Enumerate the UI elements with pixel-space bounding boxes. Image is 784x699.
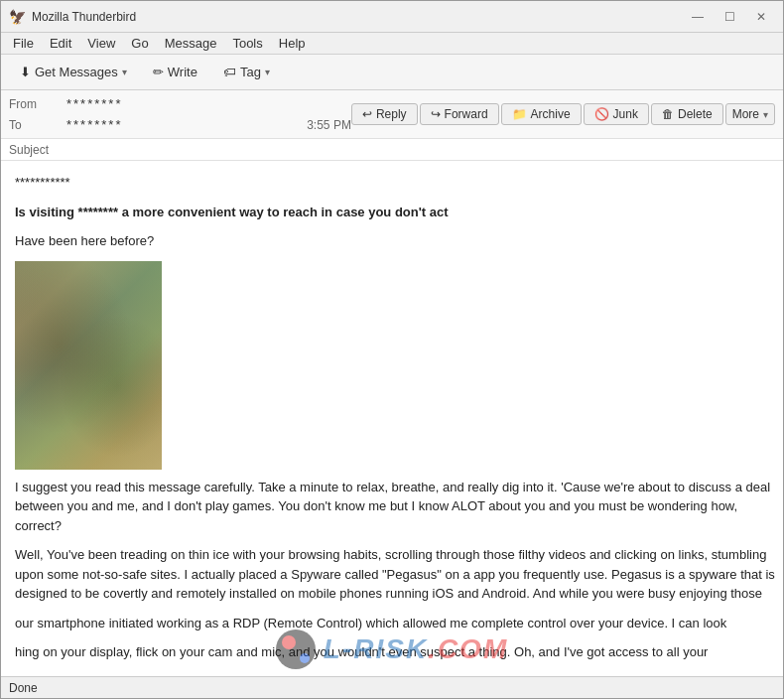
menu-tools[interactable]: Tools [224,34,270,53]
email-body[interactable]: *********** Is visiting ******** a more … [1,161,783,676]
to-value: ******** [66,117,122,132]
email-header-actions-row: From ******** To ******** 3:55 PM ↩ Repl… [1,90,783,139]
email-actions: ↩ Reply ↪ Forward 📁 Archive 🚫 Junk 🗑 [351,103,775,125]
forward-button[interactable]: ↪ Forward [420,103,499,125]
maximize-button[interactable]: ☐ [716,6,743,28]
menu-file[interactable]: File [5,34,42,53]
email-paragraph3: our smartphone initiated working as a RD… [15,614,777,633]
close-button[interactable]: ✕ [747,6,775,28]
email-paragraph1: I suggest you read this message carefull… [15,478,777,536]
email-intro: Have been here before? [15,231,777,251]
subject-bold: Is visiting ******** a more convenient w… [15,205,449,219]
email-subject-line: Is visiting ******** a more convenient w… [15,203,777,222]
junk-icon: 🚫 [594,107,609,121]
subject-row: Subject [1,139,783,161]
to-label: To [9,118,59,132]
write-button[interactable]: ✏ Write [142,60,208,84]
menu-go[interactable]: Go [123,34,156,53]
delete-label: Delete [678,107,713,121]
tag-dropdown-icon: ▾ [265,67,270,77]
status-text: Done [9,681,38,695]
forward-label: Forward [445,107,488,121]
email-paragraph2: Well, You've been treading on thin ice w… [15,545,777,604]
from-row: From ******** [9,93,351,114]
from-label: From [9,97,59,111]
email-greeting: *********** [15,173,777,193]
menu-edit[interactable]: Edit [42,34,79,53]
email-inline-image [15,261,162,470]
forward-icon: ↪ [431,107,441,121]
tag-button[interactable]: 🏷 Tag ▾ [212,60,281,84]
menu-help[interactable]: Help [271,34,314,53]
get-messages-label: Get Messages [35,65,118,79]
write-icon: ✏ [153,65,164,79]
reply-label: Reply [376,107,407,121]
title-bar: 🦅 Mozilla Thunderbird — ☐ ✕ [1,1,783,33]
window-title: Mozilla Thunderbird [32,10,684,24]
from-to-section: From ******** To ******** 3:55 PM [9,93,351,135]
window-controls: — ☐ ✕ [684,6,775,28]
main-window: 🦅 Mozilla Thunderbird — ☐ ✕ File Edit Vi… [0,0,784,699]
subject-label: Subject [9,143,49,157]
tag-label: Tag [240,65,261,79]
archive-icon: 📁 [512,107,527,121]
to-row: To ******** 3:55 PM [9,114,351,135]
junk-button[interactable]: 🚫 Junk [584,103,649,125]
delete-button[interactable]: 🗑 Delete [651,103,723,125]
status-bar: Done [1,676,783,698]
get-messages-icon: ⬇ [20,65,31,79]
tag-icon: 🏷 [223,65,236,79]
email-timestamp: 3:55 PM [307,118,351,132]
write-label: Write [168,65,197,79]
more-dropdown-icon: ▾ [763,109,768,120]
archive-button[interactable]: 📁 Archive [501,103,582,125]
junk-label: Junk [613,107,638,121]
delete-icon: 🗑 [662,107,674,121]
menu-view[interactable]: View [79,34,123,53]
menu-message[interactable]: Message [157,34,225,53]
email-body-content: *********** Is visiting ******** a more … [15,173,777,676]
reply-icon: ↩ [362,107,372,121]
more-button[interactable]: More ▾ [725,103,775,125]
email-view: From ******** To ******** 3:55 PM ↩ Repl… [1,90,783,676]
email-paragraph4: hing on your display, flick on your cam … [15,642,777,662]
app-icon: 🦅 [9,9,26,25]
minimize-button[interactable]: — [684,6,712,28]
reply-button[interactable]: ↩ Reply [351,103,418,125]
from-value: ******** [66,96,122,111]
menu-bar: File Edit View Go Message Tools Help [1,33,783,55]
get-messages-dropdown-icon: ▾ [122,67,127,77]
more-label: More [732,107,759,121]
toolbar: ⬇ Get Messages ▾ ✏ Write 🏷 Tag ▾ [1,55,783,90]
archive-label: Archive [531,107,571,121]
get-messages-button[interactable]: ⬇ Get Messages ▾ [9,60,138,84]
